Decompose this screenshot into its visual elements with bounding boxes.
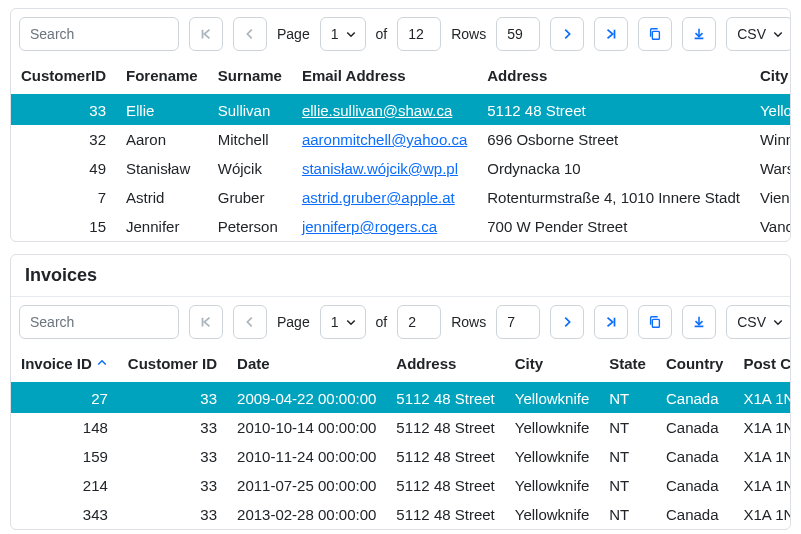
sort-asc-icon: [96, 357, 108, 369]
table-row[interactable]: 7AstridGruberastrid.gruber@apple.atRoten…: [11, 183, 790, 212]
table-row[interactable]: 33EllieSullivanellie.sullivan@shaw.ca511…: [11, 95, 790, 125]
last-page-button[interactable]: [594, 17, 628, 51]
table-row[interactable]: 27332009-04-22 00:00:005112 48 StreetYel…: [11, 383, 790, 413]
col-date[interactable]: Date: [227, 347, 386, 383]
cell-email: aaronmitchell@yahoo.ca: [292, 125, 477, 154]
cell-country: Canada: [656, 413, 734, 442]
cell-customer-id: 33: [118, 471, 227, 500]
chevron-right-icon: [560, 315, 574, 329]
export-format-select[interactable]: CSV: [726, 17, 791, 51]
of-label: of: [376, 26, 388, 42]
cell-post-code: X1A 1N6: [733, 383, 790, 413]
cell-country: Canada: [656, 500, 734, 529]
table-row[interactable]: 214332011-07-25 00:00:005112 48 StreetYe…: [11, 471, 790, 500]
col-city[interactable]: City: [505, 347, 600, 383]
cell-surname: Mitchell: [208, 125, 292, 154]
cell-state: NT: [599, 413, 656, 442]
cell-date: 2011-07-25 00:00:00: [227, 471, 386, 500]
col-surname[interactable]: Surname: [208, 59, 292, 95]
table-row[interactable]: 32AaronMitchellaaronmitchell@yahoo.ca696…: [11, 125, 790, 154]
cell-email: jenniferp@rogers.ca: [292, 212, 477, 241]
last-page-button[interactable]: [594, 305, 628, 339]
copy-button[interactable]: [638, 17, 672, 51]
cell-address: 5112 48 Street: [386, 442, 504, 471]
col-city-text: City: [760, 67, 788, 84]
cell-surname: Peterson: [208, 212, 292, 241]
col-forename[interactable]: Forename: [116, 59, 208, 95]
cell-state: NT: [599, 383, 656, 413]
col-country[interactable]: Country: [656, 347, 734, 383]
search-input[interactable]: [19, 17, 179, 51]
cell-customer-id: 33: [118, 500, 227, 529]
table-row[interactable]: 15JenniferPetersonjenniferp@rogers.ca700…: [11, 212, 790, 241]
email-link[interactable]: stanisław.wójcik@wp.pl: [302, 160, 458, 177]
cell-customer-id: 33: [118, 442, 227, 471]
col-customer-id[interactable]: Customer ID: [118, 347, 227, 383]
page-select[interactable]: 1: [320, 17, 366, 51]
page-value: 1: [331, 314, 339, 330]
cell-city: Yellowknife: [505, 471, 600, 500]
col-email[interactable]: Email Address: [292, 59, 477, 95]
col-city[interactable]: City: [750, 59, 790, 95]
col-state[interactable]: State: [599, 347, 656, 383]
col-post-code[interactable]: Post Code: [733, 347, 790, 383]
customers-table: CustomerID Forename Surname Email Addres…: [11, 59, 790, 241]
first-page-button[interactable]: [189, 17, 223, 51]
col-address[interactable]: Address: [477, 59, 750, 95]
last-page-icon: [604, 27, 618, 41]
download-button[interactable]: [682, 305, 716, 339]
first-page-button[interactable]: [189, 305, 223, 339]
chevron-left-icon: [243, 27, 257, 41]
copy-button[interactable]: [638, 305, 672, 339]
cell-surname: Wójcik: [208, 154, 292, 183]
prev-page-button[interactable]: [233, 305, 267, 339]
cell-address: 696 Osborne Street: [477, 125, 750, 154]
table-row[interactable]: 343332013-02-28 00:00:005112 48 StreetYe…: [11, 500, 790, 529]
invoices-table: Invoice ID Customer ID Date Address City…: [11, 347, 790, 529]
search-input[interactable]: [19, 305, 179, 339]
email-link[interactable]: aaronmitchell@yahoo.ca: [302, 131, 467, 148]
cell-date: 2010-11-24 00:00:00: [227, 442, 386, 471]
page-label: Page: [277, 314, 310, 330]
col-invoice-id[interactable]: Invoice ID: [11, 347, 118, 383]
export-format-value: CSV: [737, 26, 766, 42]
download-button[interactable]: [682, 17, 716, 51]
email-link[interactable]: jenniferp@rogers.ca: [302, 218, 437, 235]
cell-city: Yellowknife: [505, 383, 600, 413]
rows-value: 59: [496, 17, 540, 51]
cell-customer-id: 33: [118, 413, 227, 442]
col-customer-id[interactable]: CustomerID: [11, 59, 116, 95]
cell-date: 2013-02-28 00:00:00: [227, 500, 386, 529]
rows-label: Rows: [451, 26, 486, 42]
next-page-button[interactable]: [550, 305, 584, 339]
cell-surname: Gruber: [208, 183, 292, 212]
cell-forename: Stanisław: [116, 154, 208, 183]
table-row[interactable]: 49StanisławWójcikstanisław.wójcik@wp.plO…: [11, 154, 790, 183]
cell-post-code: X1A 1N6: [733, 413, 790, 442]
export-format-select[interactable]: CSV: [726, 305, 791, 339]
page-select[interactable]: 1: [320, 305, 366, 339]
chevron-down-icon: [772, 28, 784, 40]
cell-city: Vancouver: [750, 212, 790, 241]
next-page-button[interactable]: [550, 17, 584, 51]
cell-state: NT: [599, 500, 656, 529]
email-link[interactable]: ellie.sullivan@shaw.ca: [302, 102, 452, 119]
of-label: of: [376, 314, 388, 330]
rows-label: Rows: [451, 314, 486, 330]
chevron-left-icon: [243, 315, 257, 329]
customers-region: Page 1 of 12 Rows 59 CSV CustomerID Fore…: [10, 8, 791, 242]
cell-address: 5112 48 Street: [386, 500, 504, 529]
invoices-toolbar: Page 1 of 2 Rows 7 CSV: [11, 297, 790, 347]
cell-date: 2010-10-14 00:00:00: [227, 413, 386, 442]
cell-address: 5112 48 Street: [386, 471, 504, 500]
cell-address: Ordynacka 10: [477, 154, 750, 183]
email-link[interactable]: astrid.gruber@apple.at: [302, 189, 455, 206]
table-row[interactable]: 148332010-10-14 00:00:005112 48 StreetYe…: [11, 413, 790, 442]
prev-page-button[interactable]: [233, 17, 267, 51]
cell-customer-id: 32: [11, 125, 116, 154]
col-address[interactable]: Address: [386, 347, 504, 383]
cell-post-code: X1A 1N6: [733, 442, 790, 471]
cell-forename: Aaron: [116, 125, 208, 154]
cell-city: Yellowknife: [505, 413, 600, 442]
table-row[interactable]: 159332010-11-24 00:00:005112 48 StreetYe…: [11, 442, 790, 471]
